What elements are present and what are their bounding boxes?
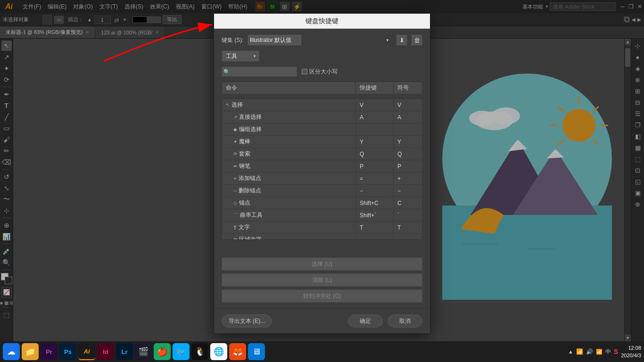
taskbar-app-lr[interactable]: Lr: [116, 343, 133, 360]
th-shortcut: 快捷键: [356, 82, 394, 94]
taskbar-app-id[interactable]: Id: [97, 343, 114, 360]
taskbar-app-pr[interactable]: Pr: [41, 343, 58, 360]
search-icon: 🔍: [223, 69, 230, 75]
table-row[interactable]: ⊠ 区域文字: [222, 234, 422, 240]
tray-wifi: 📶: [576, 348, 583, 355]
table-row[interactable]: ✒ 钢笔 P P: [222, 160, 422, 173]
modal-overlay: 键盘快捷键 键集 (S): Illustrator 默认值 ⬇ 🗑 工具: [0, 0, 644, 341]
th-symbol: 符号: [394, 82, 422, 94]
cmd-lasso-icon: ⟳: [233, 151, 237, 156]
cmd-area-icon: ⊠: [233, 237, 237, 240]
symbol-select: V: [394, 99, 422, 111]
symbol-group: [394, 123, 422, 135]
dialog-title-bar: 键盘快捷键: [214, 14, 430, 29]
taskbar-app-penguin[interactable]: 🐧: [191, 343, 208, 360]
shortcut-direct[interactable]: A: [356, 111, 394, 123]
taskbar-app-media[interactable]: 🎬: [135, 343, 152, 360]
cmd-anchor: ◇ 锚点: [222, 197, 356, 209]
cmd-anchor-icon: ◇: [233, 200, 237, 206]
cmd-pen-icon: ✒: [233, 164, 237, 169]
tray-arrow[interactable]: ▲: [568, 349, 573, 354]
cmd-magic-wand: ✦ 魔棒: [222, 136, 356, 148]
tray-clock: 12:08 2020/4/3: [621, 344, 641, 360]
cmd-curve-icon: ⌒: [233, 212, 238, 219]
symbol-direct: A: [394, 111, 422, 123]
taskbar-app-bird[interactable]: 🐦: [173, 343, 190, 360]
shortcut-wand[interactable]: Y: [356, 136, 394, 148]
shortcut-anchor[interactable]: Shift+C: [356, 197, 394, 209]
table-row[interactable]: ↖ 选择 V V: [222, 99, 422, 111]
tray-ime2[interactable]: S: [614, 348, 618, 355]
cmd-add-icon: +: [233, 175, 237, 182]
search-row: 🔍 区分大小写: [222, 66, 422, 77]
taskbar-app-chrome[interactable]: 🌐: [210, 343, 227, 360]
table-row[interactable]: T 文字 T T: [222, 222, 422, 234]
shortcut-select[interactable]: V: [356, 99, 394, 111]
tools-select[interactable]: 工具: [222, 50, 259, 62]
case-label: 区分大小写: [309, 68, 338, 76]
cmd-curvature: ⌒ 曲率工具: [222, 209, 356, 221]
symbol-wand: Y: [394, 136, 422, 148]
cmd-group-icon: ◆: [233, 127, 237, 132]
search-input[interactable]: [222, 66, 297, 77]
shortcut-area[interactable]: [356, 234, 394, 240]
table-row[interactable]: ⌒ 曲率工具 Shift+` `: [222, 209, 422, 222]
clear-button[interactable]: 清除 (L): [222, 273, 422, 287]
cmd-direct-icon: ↗: [233, 115, 237, 120]
taskbar-app-ps[interactable]: Ps: [59, 343, 76, 360]
shortcut-text[interactable]: T: [356, 222, 394, 233]
taskbar-app-cloudrive[interactable]: ☁: [3, 343, 20, 360]
table-row[interactable]: ⟳ 套索 Q Q: [222, 148, 422, 160]
tray-ime[interactable]: 中: [605, 348, 611, 356]
shortcut-lasso[interactable]: Q: [356, 148, 394, 160]
table-body[interactable]: ↖ 选择 V V ↗ 直接选择 A A ◆: [222, 99, 422, 240]
action-buttons-group: 选择 (U) 清除 (L) 转到冲突处 (G): [222, 257, 422, 303]
cmd-wand-icon: ✦: [233, 139, 237, 144]
tray-date: 2020/4/3: [621, 352, 641, 360]
system-tray: ▲ 📶 🔊 📶 中 S 12:08 2020/4/3: [568, 344, 641, 360]
shortcut-add[interactable]: =: [356, 173, 394, 184]
keyset-select[interactable]: Illustrator 默认值: [248, 34, 302, 46]
taskbar-app-files[interactable]: 📁: [22, 343, 39, 360]
tray-signal: 📶: [596, 349, 603, 355]
shortcut-del[interactable]: −: [356, 185, 394, 197]
footer-left: 导出文本 (E)...: [222, 314, 272, 328]
goto-conflict-button[interactable]: 转到冲突处 (G): [222, 289, 422, 303]
keyset-save-btn[interactable]: ⬇: [396, 34, 407, 46]
shortcut-group[interactable]: [356, 123, 394, 135]
table-row[interactable]: ↗ 直接选择 A A: [222, 111, 422, 123]
symbol-lasso: Q: [394, 148, 422, 160]
table-row[interactable]: − 删除锚点 − −: [222, 185, 422, 197]
cmd-select-icon: ↖: [226, 102, 230, 107]
select-button[interactable]: 选择 (U): [222, 257, 422, 271]
cmd-text: T 文字: [222, 222, 356, 233]
footer-right: 确定 取消: [348, 314, 422, 328]
keyset-delete-btn[interactable]: 🗑: [411, 34, 422, 46]
keyset-label: 键集 (S):: [222, 36, 244, 44]
taskbar: ☁ 📁 Pr Ps Ai Id Lr 🎬 🍎 🐦 🐧 🌐 🦊: [0, 341, 644, 362]
symbol-text: T: [394, 222, 422, 233]
cancel-button[interactable]: 取消: [388, 314, 422, 328]
taskbar-app-desktop[interactable]: 🖥: [248, 343, 265, 360]
cmd-del-anchor: − 删除锚点: [222, 185, 356, 197]
taskbar-app-green[interactable]: 🍎: [154, 343, 171, 360]
cmd-direct-select: ↗ 直接选择: [222, 111, 356, 123]
shortcut-curve[interactable]: Shift+`: [356, 209, 394, 221]
table-row[interactable]: ◆ 编组选择: [222, 123, 422, 136]
cmd-del-icon: −: [233, 188, 237, 194]
table-row[interactable]: ✦ 魔棒 Y Y: [222, 136, 422, 148]
export-text-button[interactable]: 导出文本 (E)...: [222, 314, 272, 328]
cmd-area-text: ⊠ 区域文字: [222, 234, 356, 240]
taskbar-app-ai[interactable]: Ai: [78, 343, 95, 360]
table-row[interactable]: ◇ 锚点 Shift+C C: [222, 197, 422, 209]
cmd-add-anchor: + 添加锚点: [222, 173, 356, 184]
shortcut-pen[interactable]: P: [356, 160, 394, 172]
table-row[interactable]: + 添加锚点 = +: [222, 173, 422, 185]
case-checkbox[interactable]: [302, 69, 307, 74]
tools-select-wrap: 工具: [222, 50, 259, 62]
keyset-select-wrap: Illustrator 默认值: [248, 34, 392, 46]
dialog-body: 键集 (S): Illustrator 默认值 ⬇ 🗑 工具: [214, 29, 430, 308]
taskbar-app-firefox[interactable]: 🦊: [229, 343, 246, 360]
symbol-anchor: C: [394, 197, 422, 209]
ok-button[interactable]: 确定: [348, 314, 383, 328]
